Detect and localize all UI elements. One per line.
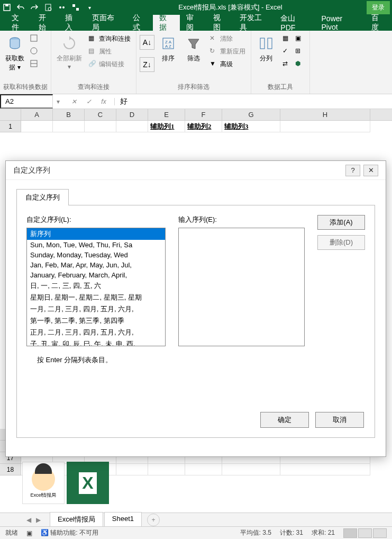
save-icon[interactable] xyxy=(2,3,12,12)
cell-A1[interactable] xyxy=(21,121,53,132)
list-item[interactable]: 子, 丑, 寅, 卯, 辰, 巳, 午, 未, 申, 酉, xyxy=(27,338,165,346)
touch-mode-icon[interactable] xyxy=(57,3,67,12)
name-box-dropdown-icon[interactable]: ▾ xyxy=(53,98,63,105)
macro-record-icon[interactable]: ▣ xyxy=(26,529,32,537)
list-item[interactable]: 一月, 二月, 三月, 四月, 五月, 六月, xyxy=(27,303,165,315)
formula-input[interactable] xyxy=(115,95,392,108)
list-item[interactable]: January, February, March, April, xyxy=(27,270,165,280)
ribbon-tab-3[interactable]: 页面布局 xyxy=(86,15,126,31)
new-sheet-button[interactable]: + xyxy=(147,514,160,526)
ribbon-tab-2[interactable]: 插入 xyxy=(59,15,86,31)
fx-icon[interactable]: fx xyxy=(98,98,109,105)
ribbon-tab-10[interactable]: Power Pivot xyxy=(315,15,366,31)
get-data-button[interactable]: 获取数 据 ▾ xyxy=(3,33,26,74)
from-table-icon[interactable] xyxy=(29,58,39,69)
login-button[interactable]: 登录 xyxy=(367,1,390,14)
refresh-all-button[interactable]: 全部刷新 ▾ xyxy=(54,33,84,73)
ribbon-tab-1[interactable]: 开始 xyxy=(32,15,59,31)
cell-C1[interactable] xyxy=(85,121,116,132)
advanced-filter-button[interactable]: ▼高级 xyxy=(207,58,248,70)
sheet-tab-1[interactable]: Sheet1 xyxy=(104,512,142,527)
cell-D18[interactable] xyxy=(116,464,148,475)
list-item[interactable]: 第一季, 第二季, 第三季, 第四季 xyxy=(27,315,165,327)
cell-G18[interactable] xyxy=(222,464,280,475)
enter-formula-icon[interactable]: ✓ xyxy=(84,98,94,105)
page-break-view-icon[interactable] xyxy=(373,528,387,538)
text-to-columns-button[interactable]: 分列 xyxy=(254,33,278,65)
cell-D1[interactable] xyxy=(116,121,148,132)
add-button[interactable]: 添加(A) xyxy=(317,215,365,230)
column-header-D[interactable]: D xyxy=(116,109,148,120)
sheet-nav-next-icon[interactable]: ▶ xyxy=(36,516,43,524)
redo-icon[interactable] xyxy=(30,3,39,12)
data-validation-icon[interactable]: ✓ xyxy=(280,46,290,56)
ribbon-tab-7[interactable]: 视图 xyxy=(207,15,234,31)
qat-dropdown-icon[interactable]: ▾ xyxy=(85,3,94,12)
list-item[interactable]: 正月, 二月, 三月, 四月, 五月, 六月, xyxy=(27,327,165,338)
page-layout-view-icon[interactable] xyxy=(358,528,372,538)
custom-lists-listbox[interactable]: 新序列Sun, Mon, Tue, Wed, Thu, Fri, SaSunda… xyxy=(26,228,166,346)
clear-filter-button[interactable]: ✕清除 xyxy=(207,33,248,44)
column-header-A[interactable]: A xyxy=(21,109,53,120)
sort-za-icon[interactable]: Z↓ xyxy=(140,57,154,72)
ok-button[interactable]: 确定 xyxy=(260,412,309,428)
column-header-E[interactable]: E xyxy=(148,109,185,120)
cell-B1[interactable] xyxy=(53,121,85,132)
list-item[interactable]: Sunday, Monday, Tuesday, Wed xyxy=(27,250,165,260)
flash-fill-icon[interactable]: ▦ xyxy=(280,33,290,43)
reapply-button[interactable]: ↻重新应用 xyxy=(207,46,248,57)
row-header-18[interactable]: 18 xyxy=(0,464,21,475)
avatar-image[interactable]: Excel情报局 xyxy=(22,462,65,504)
normal-view-icon[interactable] xyxy=(343,528,357,538)
queries-connections-button[interactable]: ▦查询和连接 xyxy=(86,33,133,44)
cell-F1[interactable]: 辅助列2 xyxy=(185,121,222,132)
cell-G1[interactable]: 辅助列3 xyxy=(222,121,280,132)
column-header-G[interactable]: G xyxy=(222,109,280,120)
sort-az-icon[interactable]: A↓ xyxy=(140,35,154,50)
list-item[interactable]: 新序列 xyxy=(27,228,165,240)
ribbon-tab-0[interactable]: 文件 xyxy=(5,15,32,31)
row-header-1[interactable]: 1 xyxy=(0,121,21,132)
ribbon-tab-6[interactable]: 审阅 xyxy=(180,15,207,31)
select-all-corner[interactable] xyxy=(0,109,21,120)
consolidate-icon[interactable]: ⊞ xyxy=(293,46,303,56)
data-model-icon[interactable]: ⬢ xyxy=(293,58,303,69)
list-item[interactable]: 日, 一, 二, 三, 四, 五, 六 xyxy=(27,280,165,292)
cell-H18[interactable] xyxy=(280,464,370,475)
sheet-nav-prev-icon[interactable]: ◀ xyxy=(26,516,34,524)
help-button[interactable]: ? xyxy=(345,165,360,176)
list-entries-textarea[interactable] xyxy=(178,228,305,346)
undo-icon[interactable] xyxy=(16,3,25,12)
properties-button[interactable]: ▤属性 xyxy=(86,46,133,57)
column-header-C[interactable]: C xyxy=(85,109,116,120)
column-header-H[interactable]: H xyxy=(280,109,370,120)
list-item[interactable]: Jan, Feb, Mar, Apr, May, Jun, Jul, xyxy=(27,260,165,270)
ribbon-tab-5[interactable]: 数据 xyxy=(153,15,180,31)
excel-logo-image[interactable]: X xyxy=(67,462,109,504)
sheet-tab-0[interactable]: Excel情报局 xyxy=(50,512,103,527)
cell-E1[interactable]: 辅助列1 xyxy=(148,121,185,132)
ribbon-tab-9[interactable]: 金山PDF xyxy=(274,15,315,31)
cell-E18[interactable] xyxy=(148,464,185,475)
list-item[interactable]: Sun, Mon, Tue, Wed, Thu, Fri, Sa xyxy=(27,240,165,250)
edit-links-button[interactable]: 🔗编辑链接 xyxy=(86,58,133,70)
ribbon-tab-4[interactable]: 公式 xyxy=(126,15,153,31)
remove-duplicates-icon[interactable]: ▣ xyxy=(293,33,303,43)
name-box[interactable] xyxy=(0,94,53,109)
ribbon-tab-11[interactable]: 百度 xyxy=(365,15,392,31)
cell-H1[interactable] xyxy=(280,121,370,132)
cell-F18[interactable] xyxy=(185,464,222,475)
dialog-tab-custom-list[interactable]: 自定义序列 xyxy=(16,189,69,205)
pivot-icon[interactable] xyxy=(71,3,80,12)
column-header-B[interactable]: B xyxy=(53,109,85,120)
cancel-formula-icon[interactable]: ✕ xyxy=(69,98,79,105)
relationships-icon[interactable]: ⇄ xyxy=(280,58,290,69)
list-item[interactable]: 星期日, 星期一, 星期二, 星期三, 星期 xyxy=(27,292,165,303)
ribbon-tab-8[interactable]: 开发工具 xyxy=(233,15,274,31)
filter-button[interactable]: 筛选 xyxy=(182,33,205,65)
column-header-F[interactable]: F xyxy=(185,109,222,120)
from-web-icon[interactable] xyxy=(29,46,39,56)
cancel-button[interactable]: 取消 xyxy=(315,412,364,428)
sort-button[interactable]: Z AA Z 排序 xyxy=(157,33,180,65)
from-text-icon[interactable] xyxy=(29,33,39,43)
